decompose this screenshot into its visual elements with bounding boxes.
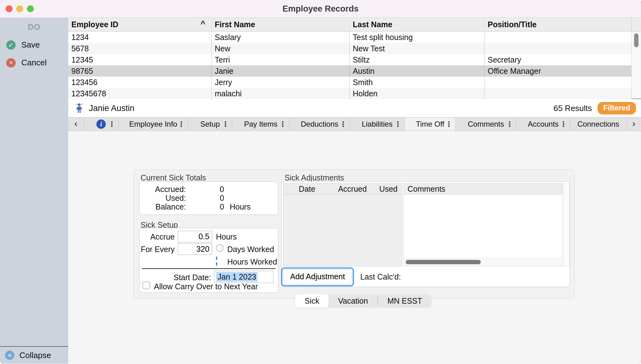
comments-horizontal-scrollbar-track[interactable]	[404, 258, 562, 266]
add-adjustment-focus-ring: Add Adjustment	[281, 267, 354, 286]
tab-overflow-dots-icon[interactable]: ⋮	[178, 120, 185, 129]
tab-time-off[interactable]: Time Off ⋮	[405, 118, 456, 131]
cancel-button[interactable]: × Cancel	[0, 58, 68, 68]
table-row[interactable]: 12345678 malachi Holden	[68, 88, 631, 99]
tab-overflow-dots-icon[interactable]: ⋮	[222, 120, 229, 129]
sort-ascending-icon[interactable]: ^	[201, 19, 205, 29]
sick-section-panel: Current Sick Totals Accrued: 0 Used: 0 B…	[133, 169, 575, 299]
carry-over-checkbox[interactable]	[142, 281, 150, 289]
balance-unit: Hours	[230, 202, 251, 211]
adjustments-footer: Add Adjustment Last Calc'd:	[282, 267, 570, 287]
adjustments-vertical-scrollbar-track[interactable]	[563, 183, 570, 266]
header-scrollbar-gutter	[631, 18, 641, 31]
cancel-button-label: Cancel	[21, 58, 47, 68]
close-window-icon[interactable]	[6, 5, 13, 12]
save-check-icon: ✓	[6, 40, 16, 50]
tab-overflow-dots-icon[interactable]: ⋮	[560, 120, 567, 129]
adj-column-accrued[interactable]: Accrued	[331, 185, 374, 194]
collapse-button[interactable]: « Collapse	[0, 346, 68, 364]
tab-overflow-dots-icon[interactable]: ⋮	[279, 120, 286, 129]
start-date-value: Jan 1 2023	[216, 272, 258, 282]
accrue-label: Accrue	[140, 232, 175, 241]
hours-worked-label: Hours Worked	[227, 257, 277, 266]
title-bar: Employee Records	[0, 0, 641, 18]
table-scrollbar-thumb[interactable]	[634, 33, 638, 47]
table-row[interactable]: 123456 Jerry Smith	[68, 77, 631, 88]
accrued-total-row: Accrued: 0	[140, 185, 278, 194]
current-record-name: Janie Austin	[89, 104, 135, 113]
used-total-value: 0	[186, 194, 224, 203]
hours-worked-radio[interactable]	[216, 256, 217, 266]
adj-column-used[interactable]: Used	[374, 185, 399, 194]
tab-overflow-dots-icon[interactable]: ⋮	[108, 120, 115, 129]
zoom-window-icon[interactable]	[27, 5, 34, 12]
start-date-input[interactable]: Jan 1 2023	[214, 271, 274, 283]
comments-horizontal-scrollbar-thumb[interactable]	[406, 260, 481, 264]
subtab-sick[interactable]: Sick	[295, 294, 329, 308]
time-off-subtabs: Sick Vacation MN ESST	[295, 294, 432, 308]
tabs-scroll-right-button[interactable]: ›	[627, 118, 641, 131]
accrue-input[interactable]	[178, 231, 212, 242]
tabs-scroll-left-button[interactable]: ‹	[68, 118, 84, 131]
table-row[interactable]: 12345 Terri Stiltz Secretary	[68, 54, 631, 65]
table-row-selected[interactable]: 98765 Janie Austin Office Manager	[68, 65, 631, 77]
subtab-mn-esst[interactable]: MN ESST	[378, 294, 432, 308]
adj-column-date[interactable]: Date	[284, 185, 331, 194]
for-every-label: For Every	[140, 245, 175, 254]
table-row[interactable]: 1234 Saslary Test split housing	[68, 32, 631, 43]
setup-divider	[142, 268, 275, 269]
adjustments-comments-pane: Comments	[403, 183, 563, 266]
collapse-chevrons-icon: «	[5, 351, 14, 360]
balance-total-row: Balance: 0 Hours	[140, 202, 278, 211]
table-scrollbar-track[interactable]	[631, 32, 641, 99]
tab-deductions[interactable]: Deductions ⋮	[290, 118, 350, 131]
column-header-first-name[interactable]: First Name	[212, 18, 350, 31]
column-header-position-title[interactable]: Position/Title	[485, 18, 631, 31]
sick-adjustments-box: Date Accrued Used Comments	[281, 181, 570, 287]
tab-liabilities[interactable]: Liabilities ⋮	[350, 118, 405, 131]
filtered-badge[interactable]: Filtered	[597, 102, 636, 114]
tab-setup[interactable]: Setup ⋮	[188, 118, 232, 131]
person-icon	[75, 103, 84, 113]
start-date-label: Start Date:	[140, 273, 211, 282]
tab-accounts[interactable]: Accounts ⋮	[516, 118, 570, 131]
employee-records-window: Employee Records DO ✓ Save × Cancel « Co…	[0, 0, 641, 364]
window-title: Employee Records	[282, 4, 358, 14]
chevron-left-icon: ‹	[74, 118, 78, 130]
days-worked-label: Days Worked	[227, 245, 274, 254]
employee-table-header: Employee ID ^ First Name Last Name Posit…	[68, 18, 641, 32]
info-icon: i	[96, 119, 106, 129]
add-adjustment-button[interactable]: Add Adjustment	[283, 269, 352, 285]
tab-overflow-dots-icon[interactable]: ⋮	[340, 120, 347, 129]
subtab-vacation[interactable]: Vacation	[329, 294, 377, 308]
sidebar-header: DO	[0, 22, 68, 32]
adjustments-table: Date Accrued Used	[283, 183, 402, 266]
traffic-lights	[6, 5, 34, 12]
tab-pay-items[interactable]: Pay Items ⋮	[232, 118, 290, 131]
column-header-employee-id[interactable]: Employee ID ^	[68, 18, 212, 31]
current-record-bar: Janie Austin 65 Results Filtered	[68, 99, 641, 117]
accrued-total-value: 0	[186, 185, 224, 194]
used-total-row: Used: 0	[140, 194, 278, 202]
tab-overflow-dots-icon[interactable]: ⋮	[394, 120, 402, 129]
tab-connections[interactable]: Connections	[570, 118, 627, 131]
table-row[interactable]: 5678 New New Test	[68, 43, 631, 54]
record-tab-bar: ‹ i ⋮ Employee Info ⋮ Setup ⋮ Pay Items …	[68, 117, 641, 131]
for-every-input[interactable]	[178, 243, 212, 255]
minimize-window-icon[interactable]	[16, 5, 23, 12]
tab-overflow-dots-icon[interactable]: ⋮	[445, 120, 453, 129]
adj-column-comments[interactable]: Comments	[404, 185, 445, 194]
days-worked-radio[interactable]	[216, 244, 223, 252]
carry-over-label: Allow Carry Over to Next Year	[154, 282, 258, 291]
tab-record-info[interactable]: i ⋮	[84, 118, 119, 131]
sidebar: DO ✓ Save × Cancel « Collapse	[0, 18, 68, 364]
results-count: 65 Results	[553, 104, 592, 113]
tab-employee-info[interactable]: Employee Info ⋮	[119, 118, 188, 131]
save-button[interactable]: ✓ Save	[0, 40, 68, 50]
chevron-right-icon: ›	[632, 118, 635, 130]
sick-setup-box: Accrue Hours For Every Days Worked Hours…	[139, 228, 278, 293]
current-sick-totals-label: Current Sick Totals	[141, 173, 206, 182]
tab-overflow-dots-icon[interactable]: ⋮	[506, 120, 513, 129]
column-header-last-name[interactable]: Last Name	[350, 18, 485, 31]
tab-comments[interactable]: Comments ⋮	[456, 118, 516, 131]
